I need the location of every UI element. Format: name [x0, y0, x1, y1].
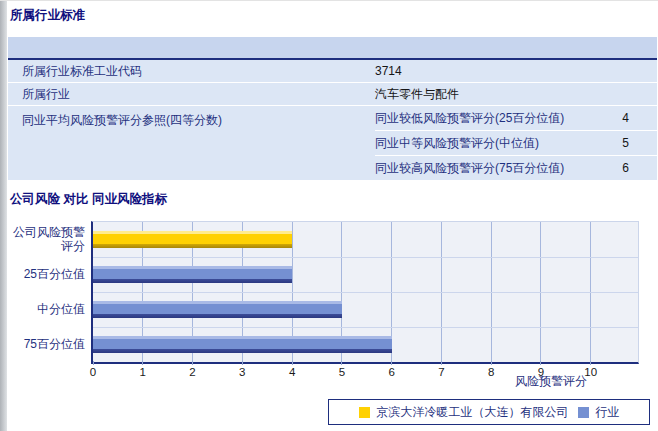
- category-label-公司风险预警评分: 公司风险预警评分: [0, 221, 85, 256]
- bar-公司风险预警评分: [93, 231, 292, 248]
- x-axis-label: 风险预警评分: [93, 373, 587, 390]
- band-separator: [93, 327, 638, 328]
- category-label-中分位值: 中分位值: [0, 291, 85, 326]
- bar-75百分位值: [93, 336, 392, 353]
- risk-comparison-bar-chart: [91, 221, 639, 364]
- bar-25百分位值: [93, 266, 292, 283]
- industry-series-swatch-icon: [578, 407, 589, 418]
- legend-label-industry: 行业: [596, 404, 620, 421]
- tickmark-3: [242, 361, 243, 365]
- sub-label-75th: 同业较高风险预警评分(75百分位值): [375, 160, 569, 177]
- sub-value-25th: 4: [569, 111, 657, 125]
- table-row: 所属行业 汽车零件与配件: [8, 83, 657, 106]
- tickmark-9: [540, 361, 541, 365]
- table-header-band: [8, 37, 657, 60]
- sub-row-75th: 同业较高风险预警评分(75百分位值) 6: [375, 156, 657, 180]
- band-separator: [93, 292, 638, 293]
- industry-standard-section-title: 所属行业标准: [10, 7, 85, 24]
- peer-score-subrows: 同业较低风险预警评分(25百分位值) 4 同业中等风险预警评分(中位值) 5 同…: [375, 106, 657, 180]
- row-label-industry-code: 所属行业标准工业代码: [8, 63, 375, 80]
- legend-item-industry: 行业: [578, 404, 620, 421]
- sub-value-median: 5: [569, 136, 657, 150]
- legend-label-company: 京滨大洋冷暖工业（大连）有限公司: [377, 404, 569, 421]
- report-page: 所属行业标准 所属行业标准工业代码 3714 所属行业 汽车零件与配件 同业平均…: [0, 0, 658, 431]
- row-value-industry: 汽车零件与配件: [375, 86, 657, 103]
- bar-中分位值: [93, 301, 342, 318]
- band-separator: [93, 257, 638, 258]
- tickmark-8: [491, 361, 492, 365]
- tickmark-7: [441, 361, 442, 365]
- tickmark-0: [93, 361, 94, 365]
- tickmark-4: [292, 361, 293, 365]
- row-value-industry-code: 3714: [375, 64, 657, 78]
- tickmark-6: [391, 361, 392, 365]
- category-label-75百分位值: 75百分位值: [0, 326, 85, 361]
- table-row-peer-scores: 同业平均风险预警评分参照(四等分数) 同业较低风险预警评分(25百分位值) 4 …: [8, 106, 657, 180]
- tickmark-2: [192, 361, 193, 365]
- sub-value-75th: 6: [569, 161, 657, 175]
- sub-row-25th: 同业较低风险预警评分(25百分位值) 4: [375, 106, 657, 131]
- chart-category-labels: 公司风险预警评分25百分位值中分位值75百分位值: [0, 221, 85, 361]
- sub-row-median: 同业中等风险预警评分(中位值) 5: [375, 131, 657, 156]
- chart-legend: 京滨大洋冷暖工业（大连）有限公司 行业: [328, 399, 650, 425]
- table-row: 所属行业标准工业代码 3714: [8, 60, 657, 83]
- left-gutter: [0, 1, 7, 431]
- tickmark-10: [590, 361, 591, 365]
- sub-label-25th: 同业较低风险预警评分(25百分位值): [375, 110, 569, 127]
- company-series-swatch-icon: [359, 407, 370, 418]
- category-label-25百分位值: 25百分位值: [0, 256, 85, 291]
- tickmark-5: [341, 361, 342, 365]
- industry-standard-table: 所属行业标准工业代码 3714 所属行业 汽车零件与配件 同业平均风险预警评分参…: [8, 37, 657, 180]
- legend-item-company: 京滨大洋冷暖工业（大连）有限公司: [359, 404, 569, 421]
- row-label-peer-average: 同业平均风险预警评分参照(四等分数): [8, 106, 375, 180]
- row-label-industry: 所属行业: [8, 86, 375, 103]
- tickmark-1: [142, 361, 143, 365]
- risk-comparison-section-title: 公司风险 对比 同业风险指标: [10, 191, 167, 208]
- sub-label-median: 同业中等风险预警评分(中位值): [375, 135, 569, 152]
